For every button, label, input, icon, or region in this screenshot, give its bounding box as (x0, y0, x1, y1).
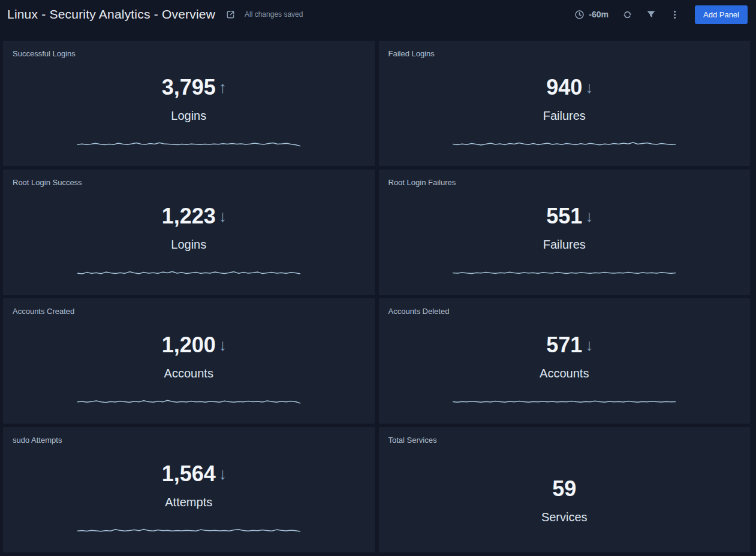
trend-arrow-icon: ↓ (585, 204, 594, 228)
panel-value-line: 1,564 ↓ (3, 462, 375, 490)
dashboard-panel[interactable]: Failed Logins 940 ↓ Failures (379, 41, 751, 166)
trend-arrow-icon: ↓ (219, 204, 227, 228)
trend-arrow-icon: ↓ (585, 75, 594, 99)
sparkline-path (77, 271, 300, 274)
sparkline-path (453, 272, 676, 273)
autosave-status: All changes saved (245, 10, 303, 19)
header-toolbar: -60m (574, 5, 748, 24)
sparkline-path (77, 143, 300, 146)
sparkline-chart (453, 394, 676, 409)
sparkline-path (77, 400, 300, 403)
clock-icon (574, 10, 585, 20)
panel-value: 571 (546, 333, 582, 357)
sparkline-path (453, 143, 676, 145)
panel-value-group: 1,200 ↓ Accounts (3, 333, 375, 382)
panel-title: sudo Attempts (13, 436, 62, 445)
dashboard-panel[interactable]: Root Login Failures 551 ↓ Failures (379, 170, 751, 295)
share-button[interactable] (225, 9, 236, 20)
panel-value: 59 (552, 476, 576, 501)
trend-arrow-icon: ↑ (219, 75, 227, 99)
panel-unit-label: Failures (379, 236, 751, 253)
panel-title: Accounts Created (13, 307, 74, 316)
sparkline-chart (77, 522, 300, 538)
panel-value-group: 551 ↓ Failures (379, 204, 751, 253)
dashboard-panel[interactable]: Successful Logins 3,795 ↑ Logins (3, 41, 375, 166)
trend-arrow-icon: ↓ (585, 333, 594, 357)
panel-title: Root Login Failures (388, 178, 456, 187)
panel-value-line: 1,223 ↓ (3, 204, 375, 232)
panel-unit-label: Attempts (3, 494, 375, 510)
sparkline-chart (453, 265, 676, 280)
sparkline-chart (77, 265, 300, 280)
panel-unit-label: Logins (3, 107, 375, 124)
panel-value-line: 571 ↓ (379, 333, 751, 361)
sparkline-path (453, 401, 676, 402)
sparkline-chart (77, 394, 300, 409)
dashboard-panel[interactable]: Accounts Created 1,200 ↓ Accounts (3, 298, 375, 424)
add-panel-button[interactable]: Add Panel (695, 5, 748, 24)
sparkline-chart (77, 136, 300, 152)
panel-value-group: 59 Services (379, 477, 751, 525)
panel-value: 551 (546, 204, 582, 228)
page-title: Linux - Security Analytics - Overview (7, 7, 215, 22)
sparkline-chart (453, 136, 676, 152)
panel-value-line: 1,200 ↓ (3, 333, 375, 361)
panel-title: Accounts Deleted (388, 307, 450, 316)
refresh-button[interactable] (622, 10, 632, 20)
dashboard-panel[interactable]: Accounts Deleted 571 ↓ Accounts (379, 298, 751, 424)
time-range-label: -60m (589, 10, 609, 19)
panel-title: Successful Logins (13, 49, 76, 58)
panel-title: Total Services (388, 436, 437, 445)
panel-value: 1,223 (162, 204, 216, 228)
panel-unit-label: Accounts (3, 365, 375, 382)
dashboard-panel[interactable]: Root Login Success 1,223 ↓ Logins (3, 170, 375, 295)
kebab-menu-icon (670, 10, 680, 20)
sparkline-path (77, 530, 300, 531)
panel-unit-label: Services (379, 509, 751, 525)
dashboard-header: Linux - Security Analytics - Overview Al… (0, 0, 756, 29)
dashboard-panel[interactable]: sudo Attempts 1,564 ↓ Attempts (3, 427, 375, 552)
panel-value-group: 571 ↓ Accounts (379, 333, 751, 382)
time-range-button[interactable]: -60m (574, 10, 609, 20)
filter-button[interactable] (646, 10, 656, 19)
panel-value-line: 551 ↓ (379, 204, 751, 232)
panel-value: 940 (546, 75, 582, 99)
panel-value-group: 1,564 ↓ Attempts (3, 462, 375, 510)
panel-unit-label: Failures (379, 107, 751, 124)
panel-value-line: 59 (379, 477, 751, 505)
dashboard-grid: Successful Logins 3,795 ↑ Logins Failed … (0, 29, 756, 552)
panel-value-group: 3,795 ↑ Logins (3, 75, 375, 124)
panel-value-line: 3,795 ↑ (3, 75, 375, 104)
panel-title: Failed Logins (388, 49, 435, 58)
more-options-button[interactable] (670, 10, 680, 20)
filter-funnel-icon (646, 10, 656, 19)
panel-unit-label: Logins (3, 236, 375, 253)
panel-unit-label: Accounts (379, 365, 751, 382)
panel-value-group: 1,223 ↓ Logins (3, 204, 375, 253)
refresh-icon (622, 10, 632, 20)
trend-arrow-icon: ↓ (219, 462, 227, 486)
panel-value-group: 940 ↓ Failures (379, 75, 751, 124)
panel-title: Root Login Success (13, 178, 82, 187)
panel-value: 3,795 (162, 75, 216, 99)
trend-arrow-icon: ↓ (219, 333, 227, 357)
panel-value: 1,564 (162, 461, 216, 486)
share-icon (225, 9, 236, 20)
panel-value: 1,200 (162, 333, 216, 357)
dashboard-panel[interactable]: Total Services 59 Services (379, 427, 751, 552)
panel-value-line: 940 ↓ (379, 75, 751, 104)
